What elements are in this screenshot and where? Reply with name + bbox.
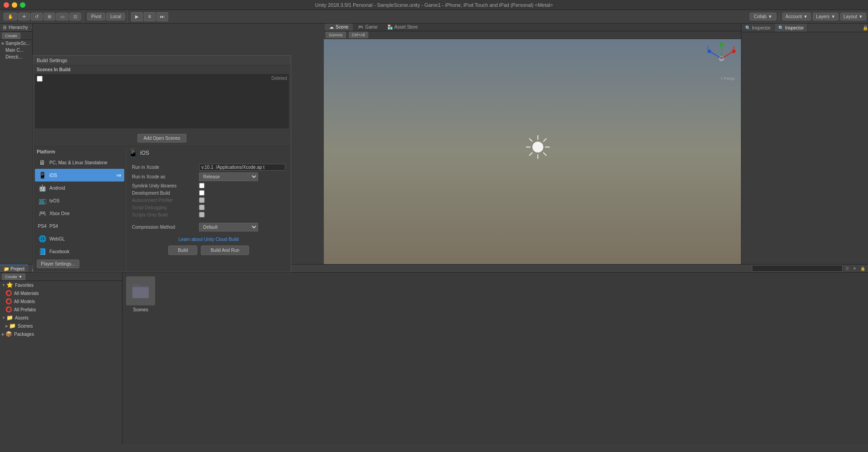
platform-item-xboxone[interactable]: 🎮 Xbox One (35, 207, 124, 220)
play-btn[interactable]: ▶ (131, 12, 143, 21)
add-open-scenes-btn[interactable]: Add Open Scenes (137, 134, 186, 142)
tab-scene[interactable]: ☁ Scene (325, 24, 353, 31)
hierarchy-create-btn[interactable]: Create (2, 33, 20, 39)
svg-line-6 (543, 152, 546, 156)
platform-icon-pcmac: 🖥 (38, 158, 47, 167)
move-tool-btn[interactable]: ✛ (18, 13, 30, 20)
tree-favorites[interactable]: ▼ ⭐ Favorites (0, 281, 122, 289)
assets-minimize-btn[interactable]: ▼ (852, 266, 858, 271)
pivot-btn[interactable]: Pivot (87, 13, 105, 20)
all-models-label: All Models (14, 299, 35, 304)
run-in-xcode-as-select[interactable]: Release Debug (199, 172, 258, 181)
tree-all-materials[interactable]: ⭕ All Materials (0, 289, 122, 297)
packages-label: Packages (14, 332, 34, 337)
tab-project[interactable]: 📁 Project (0, 265, 28, 272)
spacer (132, 219, 285, 223)
platform-item-ios[interactable]: 📱 iOS ⇒ (35, 169, 124, 182)
tab-game[interactable]: 🎮 Game (353, 24, 382, 31)
hierarchy-minimize-btn[interactable]: ▼ (30, 25, 33, 30)
assets-search-input[interactable] (752, 265, 843, 272)
rect-tool-btn[interactable]: ▭ (56, 13, 68, 20)
all-btn[interactable]: Ctrl+All (349, 32, 368, 38)
folder-icon (132, 283, 150, 299)
collab-btn[interactable]: Collab ▼ (750, 13, 776, 20)
gizmos-btn[interactable]: Gizmos (326, 32, 346, 38)
build-btn[interactable]: Build (168, 246, 197, 255)
window-title: Unity 2018.3.5f1 Personal - SampleScene.… (315, 2, 553, 8)
cloud-build-link[interactable]: Learn about Unity Cloud Build (179, 237, 239, 242)
account-btn[interactable]: Account ▼ (782, 13, 811, 20)
project-create-btn[interactable]: Create ▼ (2, 274, 25, 280)
compression-select[interactable]: Default (199, 223, 258, 231)
svg-line-16 (710, 52, 722, 59)
dev-build-checkbox[interactable] (199, 190, 205, 196)
step-btn[interactable]: ⏭ (156, 12, 168, 21)
svg-line-8 (529, 152, 532, 156)
assets-toolbar-right: ☰ ▼ 🔒 (752, 265, 866, 272)
hierarchy-title: Hierarchy (9, 25, 28, 30)
platform-item-facebook[interactable]: 📘 Facebook (35, 245, 124, 258)
platform-name-pcmac: PC, Mac & Linux Standalone (49, 160, 107, 165)
scene-checkbox[interactable] (37, 76, 43, 82)
local-btn[interactable]: Local (106, 13, 125, 20)
assets-view-btn[interactable]: ☰ (844, 266, 850, 271)
inspector-tab-2[interactable]: 🔍 Inspector (775, 24, 808, 32)
platform-item-webgl[interactable]: 🌐 WebGL (35, 232, 124, 245)
svg-text:Z: Z (707, 45, 709, 50)
tree-all-models[interactable]: ⭕ All Models (0, 297, 122, 305)
scene-content: X Y Z < Persp (324, 39, 741, 264)
platform-item-android[interactable]: 🤖 Android (35, 182, 124, 194)
symlink-checkbox[interactable] (199, 183, 205, 188)
minimize-btn[interactable] (12, 2, 17, 8)
platform-item-ps4[interactable]: PS4 PS4 (35, 220, 124, 232)
player-settings-btn[interactable]: Player Settings... (37, 260, 79, 268)
scenes-header: Scenes In Build (33, 65, 291, 74)
platform-item-pcmac[interactable]: 🖥 PC, Mac & Linux Standalone (35, 156, 124, 169)
close-btn[interactable] (4, 2, 9, 8)
inspector-tab-1[interactable]: 🔍 Inspector (741, 24, 775, 32)
inspector-label-1: Inspector (752, 25, 770, 30)
packages-arrow: ▶ (2, 332, 5, 336)
scenes-area: Deleted (35, 74, 289, 128)
tree-all-prefabs[interactable]: ⭕ All Prefabs (0, 305, 122, 314)
build-settings-panel: Build Settings Scenes In Build Deleted A… (33, 55, 291, 272)
scale-tool-btn[interactable]: ⊞ (44, 13, 55, 20)
inspector-lock-btn[interactable]: 🔒 (863, 24, 868, 32)
layers-btn[interactable]: Layers ▼ (813, 13, 839, 20)
rotate-tool-btn[interactable]: ↺ (31, 13, 43, 20)
scene-tab-label: Scene (336, 25, 348, 29)
hand-tool-btn[interactable]: ✋ (4, 13, 17, 20)
favorites-icon: ⭐ (6, 282, 13, 288)
assets-lock-btn[interactable]: 🔒 (859, 266, 866, 271)
hierarchy-item-samplescene[interactable]: ▶ SampleSc... (0, 40, 32, 47)
item-label: Directi... (5, 54, 22, 59)
hierarchy-item-directionallight[interactable]: Directi... (0, 54, 32, 60)
deleted-label: Deleted (272, 76, 287, 81)
build-and-run-btn[interactable]: Build And Run (201, 246, 249, 255)
tree-assets[interactable]: ▼ 📁 Assets (0, 314, 122, 322)
pause-btn[interactable]: ⏸ (144, 12, 156, 21)
hierarchy-item-maincamera[interactable]: Main C... (0, 47, 32, 54)
transform-tool-btn[interactable]: ⊡ (69, 13, 81, 20)
gizmo-axes-icon: X Y Z (706, 43, 737, 74)
svg-line-7 (543, 138, 546, 142)
favorites-label: Favorites (15, 283, 34, 288)
platform-item-tvos[interactable]: 📺 tvOS (35, 194, 124, 207)
layout-btn[interactable]: Layout ▼ (840, 13, 866, 20)
tree-packages[interactable]: ▶ 📦 Packages (0, 330, 122, 338)
create-label: Create (5, 34, 17, 38)
asset-item-scenes[interactable]: Scenes (126, 276, 155, 440)
main-toolbar: ✋ ✛ ↺ ⊞ ▭ ⊡ Pivot Local ▶ ⏸ ⏭ Collab ▼ A… (0, 10, 868, 24)
scene-tab-icon: ☁ (329, 25, 334, 29)
sun-icon-container (524, 133, 551, 162)
maximize-btn[interactable] (20, 2, 25, 8)
tree-scenes[interactable]: ▶ 📁 Scenes (0, 322, 122, 330)
arrow-icon: ▶ (2, 41, 5, 45)
tab-assetstore[interactable]: 🏪 Asset Store (383, 24, 423, 31)
prefabs-icon: ⭕ (5, 306, 12, 313)
run-in-xcode-input[interactable] (199, 164, 285, 171)
scripts-only-row: Scripts Only Build (132, 212, 285, 217)
game-tab-icon: 🎮 (358, 25, 363, 29)
symlink-label: Symlink Unity libraries (132, 183, 195, 188)
platform-name-android: Android (49, 186, 65, 191)
